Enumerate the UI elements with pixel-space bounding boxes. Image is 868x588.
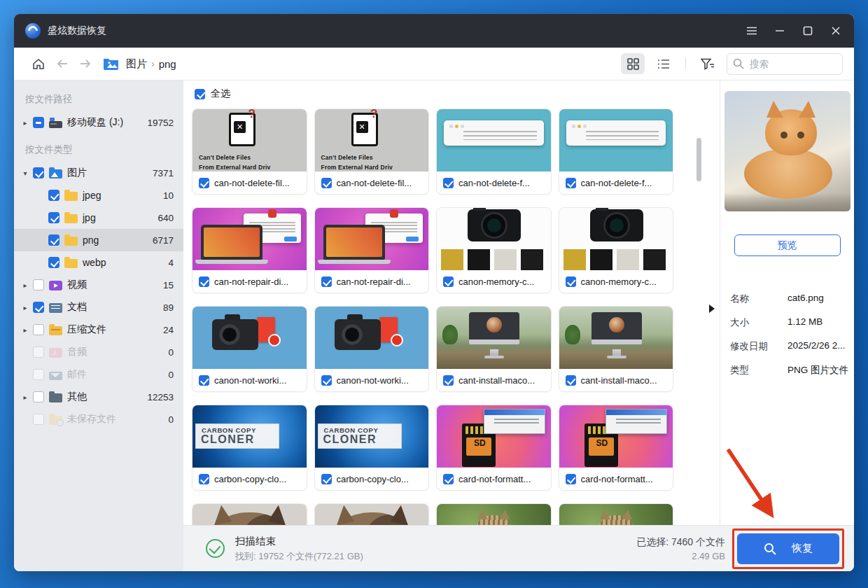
tree-checkbox[interactable] [33,302,44,313]
file-thumbnail: Can't Delete Files From External Hard Dr… [315,109,429,172]
tree-checkbox[interactable] [33,346,44,358]
breadcrumb-item-png[interactable]: png [159,58,176,70]
tree-item[interactable]: ▸ 文档 89 [14,296,183,318]
file-details: 名称 cat6.png 大小 1.12 MB 修改日期 2025/2/26 2.… [720,287,854,382]
breadcrumb-item-pictures[interactable]: 图片 [126,57,147,71]
expander-icon[interactable]: ▸ [20,326,31,334]
detail-row: 大小 1.12 MB [720,311,854,335]
file-checkbox[interactable] [199,474,209,484]
file-thumbnail [559,504,673,525]
select-all-checkbox[interactable] [195,89,205,99]
tree-checkbox[interactable] [33,279,44,290]
tree-item[interactable]: 未保存文件 0 [14,408,183,430]
file-checkbox[interactable] [199,375,209,386]
grid-scrollbar[interactable] [696,138,701,181]
file-card[interactable]: cant-install-maco... [559,306,674,392]
file-card[interactable]: can-not-repair-di... [314,207,430,293]
list-view-icon [657,59,670,69]
file-card[interactable]: canon-memory-c... [436,207,552,293]
tree-item[interactable]: jpeg 10 [14,184,183,206]
tree-checkbox[interactable] [33,167,44,178]
file-thumbnail [437,504,551,525]
tree-item[interactable]: webp 4 [14,251,183,274]
tree-checkbox[interactable] [48,190,59,201]
file-card[interactable] [314,503,430,525]
file-card[interactable]: can-not-delete-f... [559,108,674,195]
back-arrow-icon [57,59,69,69]
file-card[interactable] [559,503,674,525]
tree-item[interactable]: ▾ 图片 7371 [14,162,183,184]
file-checkbox[interactable] [566,375,576,386]
tree-item[interactable]: ▸ 视频 15 [14,274,183,296]
file-thumbnail [559,208,673,270]
file-card[interactable] [192,503,307,525]
home-button[interactable] [29,55,48,73]
tree-item[interactable]: 音频 0 [14,341,183,363]
grid-view-button[interactable] [621,53,645,74]
file-checkbox[interactable] [566,178,576,188]
file-grid-area: 全选 Can't Delete Files From External Hard… [183,80,720,525]
sidebar: 按文件路径 ▸ 移动硬盘 (J:) 19752 按文件类型 ▾ 图片 7371 … [14,80,183,571]
expander-icon[interactable]: ▸ [20,119,31,127]
tree-checkbox[interactable] [48,212,59,223]
tree-item[interactable]: ▸ 其他 12253 [14,386,183,408]
file-checkbox[interactable] [321,375,332,386]
file-card[interactable] [436,503,552,525]
expander-icon[interactable]: ▸ [20,393,31,401]
tree-item[interactable]: 邮件 0 [14,363,183,386]
tree-checkbox[interactable] [33,391,44,402]
file-card[interactable]: can-not-repair-di... [192,207,307,293]
file-checkbox[interactable] [443,375,454,386]
forward-button[interactable] [76,55,94,73]
file-card[interactable]: Can't Delete Files From External Hard Dr… [192,108,307,195]
file-card[interactable]: CARBON COPY CLONER carbon-copy-clo... [314,405,430,491]
recover-button[interactable]: 恢复 [737,533,839,564]
tree-checkbox[interactable] [48,234,59,246]
file-card[interactable]: Can't Delete Files From External Hard Dr… [314,108,430,195]
expander-icon[interactable]: ▸ [20,281,31,289]
file-card[interactable]: cant-install-maco... [436,306,552,392]
filter-button[interactable] [696,53,720,74]
tree-item[interactable]: jpg 640 [14,206,183,229]
file-checkbox[interactable] [199,276,209,287]
tree-item[interactable]: ▸ 移动硬盘 (J:) 19752 [14,111,183,134]
detail-label: 修改日期 [730,340,788,353]
maximize-button[interactable] [794,18,822,43]
tree-checkbox[interactable] [33,324,44,335]
file-card[interactable]: SD card-not-formatt... [559,405,674,491]
file-checkbox[interactable] [566,276,576,287]
file-name: canon-not-worki... [337,375,409,386]
tree-checkbox[interactable] [33,414,44,425]
file-card[interactable]: canon-not-worki... [314,306,430,392]
file-checkbox[interactable] [566,474,576,484]
tree-checkbox[interactable] [33,117,44,128]
tree-item-count: 7371 [153,168,174,178]
preview-button[interactable]: 预览 [734,234,841,256]
file-card[interactable]: can-not-delete-f... [436,108,552,195]
expander-icon[interactable]: ▾ [20,169,31,177]
back-button[interactable] [53,55,71,73]
file-checkbox[interactable] [199,178,209,188]
tree-item[interactable]: png 6717 [14,229,183,251]
file-thumbnail [315,307,429,369]
minimize-button[interactable] [766,18,794,43]
file-checkbox[interactable] [443,178,454,188]
file-card[interactable]: SD card-not-formatt... [436,405,552,491]
menu-button[interactable] [738,18,766,43]
file-card[interactable]: canon-memory-c... [559,207,674,293]
file-checkbox[interactable] [321,178,332,188]
file-checkbox[interactable] [321,276,332,287]
list-view-button[interactable] [652,53,676,74]
file-card[interactable]: canon-not-worki... [192,306,307,392]
file-card[interactable]: CARBON COPY CLONER carbon-copy-clo... [192,405,307,491]
tree-checkbox[interactable] [33,369,44,380]
file-checkbox[interactable] [321,474,332,484]
file-checkbox[interactable] [443,474,454,484]
close-button[interactable] [822,18,850,43]
panel-collapse-icon[interactable] [709,304,715,313]
tree-item[interactable]: ▸ 压缩文件 24 [14,318,183,341]
tree-item-count: 24 [163,325,174,335]
tree-checkbox[interactable] [48,257,59,268]
expander-icon[interactable]: ▸ [20,304,31,312]
file-checkbox[interactable] [443,276,454,287]
